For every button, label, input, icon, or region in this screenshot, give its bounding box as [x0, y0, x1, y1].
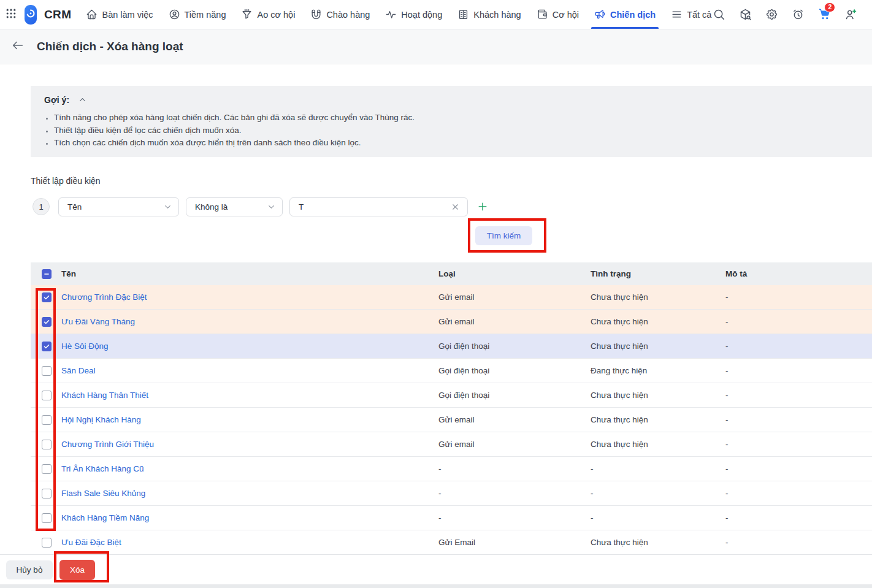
search-button[interactable]: Tìm kiếm [475, 226, 532, 245]
cancel-button[interactable]: Hủy bỏ [6, 560, 53, 579]
nav-item-label: Tất cả [687, 10, 711, 20]
campaign-link[interactable]: Flash Sale Siêu Khủng [61, 489, 145, 498]
table-header: TênLoạiTình trạngMô tả [31, 262, 872, 285]
campaign-link[interactable]: Săn Deal [61, 366, 96, 375]
field-select[interactable]: Tên [58, 197, 179, 216]
nav-item-ao-co-hoi[interactable]: Ao cơ hội [241, 0, 295, 29]
row-checkbox[interactable] [42, 292, 52, 302]
nav-item-label: Chào hàng [326, 10, 370, 20]
add-user-icon[interactable] [843, 7, 858, 22]
cell-type: Gọi điện thoại [438, 366, 591, 375]
settings-icon[interactable] [764, 7, 779, 22]
column-header-3: Mô tả [725, 269, 872, 278]
magnet-icon [310, 9, 322, 20]
app-grid-icon[interactable] [5, 6, 17, 24]
crm-logo[interactable] [25, 5, 37, 25]
wallet-icon [537, 9, 548, 20]
nav-item-label: Tiềm năng [185, 10, 226, 20]
nav-item-chien-dich[interactable]: Chiến dịch [594, 0, 656, 29]
campaign-link[interactable]: Chương Trình Giới Thiệu [61, 440, 154, 449]
sub-header: Chiến dịch - Xóa hàng loạt [0, 29, 872, 64]
clear-input-icon[interactable] [451, 202, 460, 212]
chevron-up-icon[interactable] [78, 95, 88, 105]
table-row: Tri Ân Khách Hàng Cũ--- [31, 457, 872, 481]
notifications-icon[interactable]: 99+ [870, 7, 872, 22]
add-condition-button[interactable] [476, 200, 489, 213]
campaign-link[interactable]: Tri Ân Khách Hàng Cũ [61, 464, 144, 473]
reminder-icon[interactable] [790, 7, 805, 22]
nav-item-tat-ca[interactable]: Tất cả [671, 0, 711, 29]
cart-icon[interactable]: 2 [817, 7, 832, 22]
row-checkbox[interactable] [42, 366, 52, 376]
operator-select[interactable]: Không là [186, 197, 283, 216]
row-checkbox[interactable] [42, 513, 52, 523]
row-checkbox[interactable] [42, 317, 52, 327]
filter-value-input[interactable]: T [289, 197, 468, 216]
cell-description: - [725, 292, 872, 302]
row-checkbox[interactable] [42, 464, 52, 474]
nav-item-label: Bàn làm việc [102, 10, 153, 20]
search-icon[interactable] [711, 7, 726, 22]
cell-description: - [725, 464, 872, 473]
cell-status: - [591, 489, 725, 498]
campaign-link[interactable]: Khách Hàng Thân Thiết [61, 391, 148, 400]
user-circle-icon [169, 9, 180, 20]
nav-item-label: Khách hàng [473, 10, 521, 20]
campaign-link[interactable]: Ưu Đãi Vàng Tháng [61, 317, 135, 326]
cell-type: - [438, 489, 591, 498]
nav-item-co-hoi[interactable]: Cơ hội [537, 0, 579, 29]
cell-description: - [725, 489, 872, 498]
table-row: Khách Hàng Thân ThiếtGọi điện thoạiChưa … [31, 383, 872, 408]
main-nav: Bàn làm việcTiềm năngAo cơ hộiChào hàngH… [86, 0, 711, 29]
bottom-strip [0, 584, 872, 588]
campaigns-table: TênLoạiTình trạngMô tả Chương Trình Đặc … [31, 262, 872, 555]
logo-icon [25, 7, 37, 22]
condition-number: 1 [33, 198, 50, 215]
hints-panel: Gợi ý: Tính năng cho phép xóa hàng loạt … [31, 86, 872, 157]
top-right-icons: 299+ [711, 7, 872, 22]
table-row: Flash Sale Siêu Khủng--- [31, 481, 872, 506]
cell-status: - [591, 513, 725, 522]
campaign-link[interactable]: Chương Trình Đặc Biệt [61, 292, 147, 302]
table-row: Hè Sôi ĐộngGọi điện thoạiChưa thực hiện- [31, 334, 872, 359]
nav-item-ban-lam-viec[interactable]: Bàn làm việc [86, 0, 153, 29]
campaign-link[interactable]: Ưu Đãi Đặc Biệt [61, 538, 121, 547]
nav-item-hoat-dong[interactable]: Hoạt động [385, 0, 442, 29]
campaign-link[interactable]: Hè Sôi Động [61, 342, 109, 351]
row-checkbox[interactable] [42, 415, 52, 425]
condition-section-title: Thiết lập điều kiện [31, 176, 101, 186]
package-search-icon[interactable] [738, 7, 752, 22]
cell-type: Gửi email [438, 415, 591, 424]
cell-type: - [438, 464, 591, 473]
campaign-link[interactable]: Khách Hàng Tiềm Năng [61, 513, 149, 522]
campaign-link[interactable]: Hội Nghị Khách Hàng [61, 415, 141, 424]
column-header-1: Loại [438, 269, 591, 278]
row-checkbox[interactable] [42, 440, 52, 449]
cell-description: - [725, 391, 872, 400]
field-select-value: Tên [67, 202, 82, 212]
back-button[interactable] [9, 37, 27, 56]
cell-type: - [438, 513, 591, 522]
hints-list: Tính năng cho phép xóa hàng loạt chiến d… [54, 112, 859, 150]
cell-description: - [725, 513, 872, 522]
table-row: Khách Hàng Tiềm Năng--- [31, 506, 872, 530]
cell-type: Gửi Email [438, 538, 591, 547]
nav-item-khach-hang[interactable]: Khách hàng [457, 0, 521, 29]
plus-icon [476, 204, 489, 215]
nav-item-chao-hang[interactable]: Chào hàng [310, 0, 370, 29]
cell-status: Chưa thực hiện [591, 415, 725, 424]
row-checkbox[interactable] [42, 391, 52, 400]
cell-type: Gửi email [438, 292, 591, 302]
select-all-checkbox[interactable] [42, 269, 52, 279]
footer-bar: Hủy bỏ Xóa [0, 554, 872, 584]
row-checkbox[interactable] [42, 489, 52, 498]
row-checkbox[interactable] [42, 538, 52, 548]
table-row: Chương Trình Giới ThiệuGửi emailChưa thự… [31, 432, 872, 457]
hints-title: Gợi ý: [44, 95, 69, 105]
home-icon [86, 9, 98, 20]
cell-status: Chưa thực hiện [591, 538, 725, 547]
row-checkbox[interactable] [42, 342, 52, 351]
cart-badge: 2 [824, 2, 835, 12]
nav-item-tiem-nang[interactable]: Tiềm năng [169, 0, 226, 29]
delete-button[interactable]: Xóa [59, 560, 95, 580]
